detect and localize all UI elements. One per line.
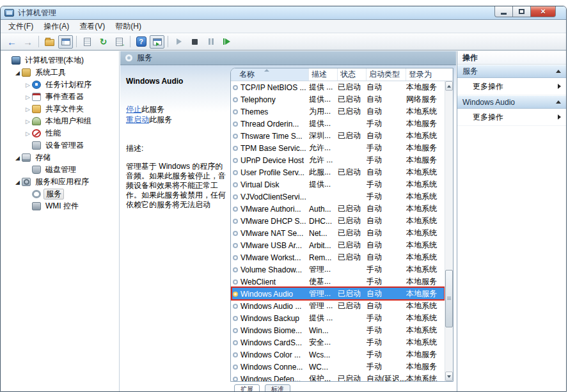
actions-section-Windows-Audio[interactable]: Windows Audio bbox=[457, 95, 566, 109]
service-gear-icon bbox=[233, 304, 238, 309]
actions-section-服务[interactable]: 服务 bbox=[457, 65, 566, 78]
export-list-icon[interactable]: → bbox=[112, 35, 127, 49]
service-row-TCP-IP-NetBIOS-[interactable]: TCP/IP NetBIOS ...提供 ...已启动自动本地服务 bbox=[231, 81, 445, 93]
service-row-Thsware-Time-S-[interactable]: Thsware Time S...深圳...已启动自动本地系统 bbox=[231, 130, 445, 142]
service-row-Themes[interactable]: Themes为用...已启动自动本地系统 bbox=[231, 106, 445, 118]
service-row-Windows-Backup[interactable]: Windows Backup提供 ...手动本地系统 bbox=[231, 312, 445, 324]
service-desc-cell: 保护... bbox=[309, 373, 338, 381]
service-row-Windows-CardS-[interactable]: Windows CardS...安全...手动本地系统 bbox=[231, 336, 445, 349]
collapse-section-icon[interactable] bbox=[556, 100, 561, 104]
service-logon-cell: 本地系统 bbox=[406, 216, 445, 226]
play-icon[interactable] bbox=[171, 35, 186, 49]
minimize-button[interactable] bbox=[494, 6, 513, 17]
refresh-icon[interactable]: ↻ bbox=[96, 35, 111, 49]
service-row-Windows-Audio[interactable]: Windows Audio管理...已启动自动本地服务 bbox=[231, 288, 445, 300]
tab-标准[interactable]: 标准 bbox=[265, 384, 290, 391]
stop-service-link[interactable]: 停止 bbox=[126, 105, 141, 114]
maximize-button[interactable] bbox=[513, 6, 530, 17]
tree-item-存储[interactable]: ◢存储 bbox=[1, 152, 119, 164]
service-startup-cell: 手动 bbox=[367, 191, 406, 202]
service-row-Windows-Defen-[interactable]: Windows Defen...保护...已启动自动(延迟...本地系统 bbox=[231, 373, 445, 381]
menu-item[interactable]: 操作(A) bbox=[38, 20, 74, 33]
column-header-描述[interactable]: 描述 bbox=[309, 68, 338, 81]
action-item-更多操作[interactable]: 更多操作 bbox=[457, 109, 566, 126]
action-item-更多操作[interactable]: 更多操作 bbox=[457, 78, 566, 95]
service-row-VMware-USB-Ar-[interactable]: VMware USB Ar...Arbit...已启动自动本地系统 bbox=[231, 239, 445, 251]
tree-item-性能[interactable]: ▷性能 bbox=[1, 127, 119, 139]
collapsed-expander-icon[interactable]: ▷ bbox=[24, 118, 32, 125]
expanded-expander-icon[interactable]: ◢ bbox=[13, 155, 22, 161]
service-row-TPM-Base-Servic-[interactable]: TPM Base Servic...允许...手动本地服务 bbox=[231, 142, 445, 154]
title-bar[interactable]: 计算机管理 × bbox=[1, 6, 566, 20]
service-row-VJVodClientServi-[interactable]: VJVodClientServi...手动本地系统 bbox=[231, 191, 445, 203]
service-row-Windows-Color-[interactable]: Windows Color ...Wcs...手动本地服务 bbox=[231, 349, 445, 361]
tree-item-磁盘管理[interactable]: 磁盘管理 bbox=[1, 164, 119, 176]
service-logon-cell: 本地系统 bbox=[406, 191, 445, 202]
service-row-UPnP-Device-Host[interactable]: UPnP Device Host允许 ...手动本地服务 bbox=[231, 154, 445, 166]
column-header-启动类型[interactable]: 启动类型 bbox=[367, 68, 406, 81]
service-row-Thread-Orderin-[interactable]: Thread Orderin...提供...手动本地服务 bbox=[231, 118, 445, 130]
properties-icon[interactable] bbox=[80, 35, 95, 49]
service-row-WebClient[interactable]: WebClient使基...手动本地服务 bbox=[231, 276, 445, 288]
service-row-VMware-Workst-[interactable]: VMware Workst...Rem...已启动自动本地系统 bbox=[231, 251, 445, 263]
help-icon[interactable]: ? bbox=[134, 35, 148, 49]
service-row-VMware-NAT-Se-[interactable]: VMware NAT Se...Net...已启动自动本地系统 bbox=[231, 227, 445, 239]
list-scrollbar[interactable] bbox=[445, 81, 453, 381]
column-header-名称[interactable]: 名称 bbox=[231, 68, 309, 81]
service-gear-icon bbox=[233, 316, 238, 321]
tree-item-服务和应用程序[interactable]: ◢服务和应用程序 bbox=[1, 176, 119, 188]
service-gear-icon bbox=[233, 134, 238, 139]
collapsed-expander-icon[interactable]: ▷ bbox=[24, 82, 32, 88]
close-button[interactable]: × bbox=[530, 6, 556, 17]
tree-item-事件查看器[interactable]: ▷事件查看器 bbox=[1, 91, 119, 103]
expanded-expander-icon[interactable]: ◢ bbox=[13, 179, 22, 185]
action-item-label: 更多操作 bbox=[473, 112, 503, 123]
service-gear-icon bbox=[233, 182, 238, 187]
tree-item-系统工具[interactable]: ◢系统工具 bbox=[1, 67, 119, 79]
stop-icon[interactable] bbox=[187, 35, 202, 49]
collapsed-expander-icon[interactable]: ▷ bbox=[24, 94, 32, 100]
tree-item-计算机管理(本地)[interactable]: 计算机管理(本地) bbox=[1, 54, 119, 67]
collapsed-expander-icon[interactable]: ▷ bbox=[24, 130, 32, 137]
column-header-状态[interactable]: 状态 bbox=[338, 68, 367, 81]
show-console-icon[interactable] bbox=[150, 35, 164, 49]
service-row-Telephony[interactable]: Telephony提供...已启动自动网络服务 bbox=[231, 93, 445, 106]
scrollbar-thumb[interactable] bbox=[445, 270, 453, 327]
scroll-down-button[interactable] bbox=[445, 372, 453, 381]
collapse-section-icon[interactable] bbox=[556, 70, 561, 73]
service-name-cell: UPnP Device Host bbox=[231, 156, 309, 165]
menu-item[interactable]: 文件(F) bbox=[3, 20, 38, 33]
tree-item-本地用户和组[interactable]: ▷本地用户和组 bbox=[1, 115, 119, 127]
collapsed-expander-icon[interactable]: ▷ bbox=[24, 106, 32, 113]
menu-item[interactable]: 查看(V) bbox=[74, 20, 110, 33]
resume-icon[interactable] bbox=[219, 35, 234, 49]
service-row-VMware-Authori-[interactable]: VMware Authori...Auth...已启动自动本地系统 bbox=[231, 203, 445, 215]
service-desc-cell: 提供 ... bbox=[309, 313, 338, 324]
pause-icon[interactable] bbox=[203, 35, 218, 49]
service-row-VMware-DHCP-S-[interactable]: VMware DHCP S...DHC...已启动自动本地系统 bbox=[231, 215, 445, 227]
service-row-Windows-Conne-[interactable]: Windows Conne...WC...手动本地服务 bbox=[231, 361, 445, 373]
restart-service-link[interactable]: 重启动 bbox=[126, 115, 149, 124]
tree-item-服务[interactable]: 服务 bbox=[1, 188, 119, 200]
column-header-登录为[interactable]: 登录为 bbox=[406, 68, 453, 81]
forward-icon[interactable]: → bbox=[20, 35, 35, 49]
menu-item[interactable]: 帮助(H) bbox=[110, 20, 146, 33]
console-tree-icon[interactable] bbox=[58, 35, 73, 49]
tree-item-设备管理器[interactable]: 设备管理器 bbox=[1, 139, 119, 152]
back-icon[interactable]: ← bbox=[4, 35, 19, 49]
export-folder-icon[interactable] bbox=[42, 35, 57, 49]
service-name-cell: VMware Authori... bbox=[231, 205, 309, 214]
tree-item-共享文件夹[interactable]: ▷共享文件夹 bbox=[1, 103, 119, 115]
service-name-cell: User Profile Serv... bbox=[231, 168, 309, 177]
tab-扩展[interactable]: 扩展 bbox=[234, 384, 260, 391]
scroll-up-button[interactable] bbox=[445, 81, 453, 91]
service-row-Windows-Audio-[interactable]: Windows Audio ...管理 ...已启动自动本地系统 bbox=[231, 300, 445, 312]
service-row-User-Profile-Serv-[interactable]: User Profile Serv...此服...已启动自动本地系统 bbox=[231, 166, 445, 178]
service-gear-icon bbox=[233, 292, 238, 297]
tree-item-WMI 控件[interactable]: WMI 控件 bbox=[1, 200, 119, 212]
service-row-Windows-Biome-[interactable]: Windows Biome...Win...手动本地系统 bbox=[231, 324, 445, 336]
service-row-Volume-Shadow-[interactable]: Volume Shadow...管理...手动本地系统 bbox=[231, 263, 445, 276]
expanded-expander-icon[interactable]: ◢ bbox=[13, 70, 22, 76]
service-row-Virtual-Disk[interactable]: Virtual Disk提供...手动本地系统 bbox=[231, 178, 445, 191]
tree-item-任务计划程序[interactable]: ▷任务计划程序 bbox=[1, 79, 119, 91]
